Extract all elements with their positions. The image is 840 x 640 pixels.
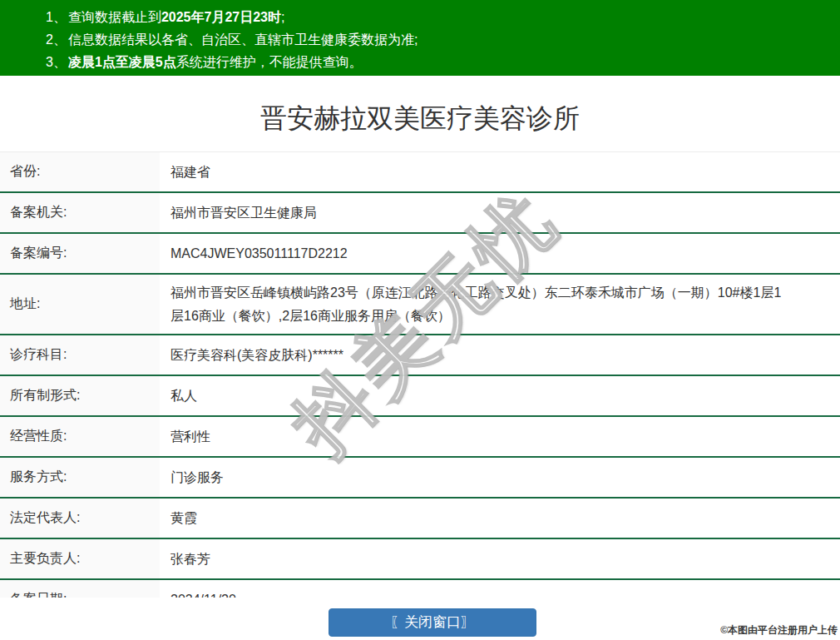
row-label: 所有制形式: xyxy=(0,376,160,415)
row-value: 2024/11/20 xyxy=(160,580,840,598)
row-label: 备案编号: xyxy=(0,234,160,273)
row-label: 备案日期: xyxy=(0,580,160,598)
table-row: 法定代表人:黄霞 xyxy=(0,499,840,539)
row-value: 福州市晋安区岳峰镇横屿路23号（原连江北路与化工路交叉处）东二环泰禾城市广场（一… xyxy=(160,275,840,334)
row-value: 福建省 xyxy=(160,152,840,191)
notice-item-text: 信息数据结果以各省、自治区、直辖市卫生健康委数据为准; xyxy=(68,32,418,47)
notice-item-number: 1、 xyxy=(46,10,67,24)
row-value: 门诊服务 xyxy=(160,458,840,497)
row-label: 备案机关: xyxy=(0,193,160,232)
page-title: 晋安赫拉双美医疗美容诊所 xyxy=(0,101,840,137)
table-row: 诊疗科目:医疗美容科(美容皮肤科)****** xyxy=(0,335,840,376)
table-row: 备案机关:福州市晋安区卫生健康局 xyxy=(0,193,840,234)
table-row: 备案编号:MAC4JWEY035011117D2212 xyxy=(0,234,840,275)
row-label: 经营性质: xyxy=(0,417,160,456)
upload-caption: ©本图由平台注册用户上传 xyxy=(720,623,838,638)
table-row: 备案日期:2024/11/20 xyxy=(0,580,840,598)
notice-item-number: 3、 xyxy=(46,55,67,69)
notice-item-text: 系统进行维护，不能提供查询。 xyxy=(176,55,363,69)
row-label: 地址: xyxy=(0,275,160,334)
notice-item: 1、查询数据截止到2025年7月27日23时; xyxy=(46,6,840,28)
notice-item-text: 2025年7月27日23时 xyxy=(161,10,281,24)
row-label: 省份: xyxy=(0,152,160,191)
table-row: 所有制形式:私人 xyxy=(0,376,840,417)
notice-item: 2、信息数据结果以各省、自治区、直辖市卫生健康委数据为准; xyxy=(46,28,840,51)
notice-item-number: 2、 xyxy=(46,32,67,47)
row-value: 福州市晋安区卫生健康局 xyxy=(160,193,840,232)
row-label: 诊疗科目: xyxy=(0,335,160,375)
row-value: MAC4JWEY035011117D2212 xyxy=(160,234,840,273)
notice-item-text: ; xyxy=(281,10,284,24)
row-value: 张春芳 xyxy=(160,539,840,578)
row-value: 私人 xyxy=(160,376,840,415)
row-value: 黄霞 xyxy=(160,499,840,538)
row-value: 营利性 xyxy=(160,417,840,456)
notice-banner: 1、查询数据截止到2025年7月27日23时;2、信息数据结果以各省、自治区、直… xyxy=(0,0,840,76)
table-row: 省份:福建省 xyxy=(0,152,840,193)
row-label: 主要负责人: xyxy=(0,539,160,578)
table-row: 主要负责人:张春芳 xyxy=(0,539,840,580)
close-window-button[interactable]: 〖关闭窗口〗 xyxy=(329,608,536,637)
row-value: 医疗美容科(美容皮肤科)****** xyxy=(160,335,840,375)
notice-item-text: 查询数据截止到 xyxy=(68,10,161,24)
footer-bar: 〖关闭窗口〗 ©本图由平台注册用户上传 xyxy=(0,598,840,640)
notice-list: 1、查询数据截止到2025年7月27日23时;2、信息数据结果以各省、自治区、直… xyxy=(46,6,840,73)
row-label: 法定代表人: xyxy=(0,499,160,538)
table-row: 经营性质:营利性 xyxy=(0,417,840,458)
notice-item-text: 凌晨1点至凌晨5点 xyxy=(68,55,176,69)
table-row: 服务方式:门诊服务 xyxy=(0,458,840,499)
notice-item: 3、凌晨1点至凌晨5点系统进行维护，不能提供查询。 xyxy=(46,51,840,73)
table-row: 地址:福州市晋安区岳峰镇横屿路23号（原连江北路与化工路交叉处）东二环泰禾城市广… xyxy=(0,275,840,335)
row-label: 服务方式: xyxy=(0,458,160,497)
record-detail-table: 省份:福建省备案机关:福州市晋安区卫生健康局备案编号:MAC4JWEY03501… xyxy=(0,151,840,598)
